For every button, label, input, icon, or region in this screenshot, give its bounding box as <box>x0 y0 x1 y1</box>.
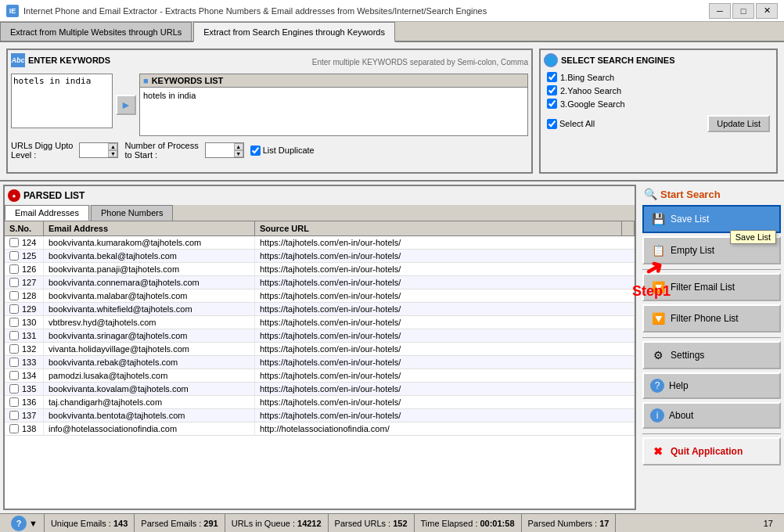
tab-extract-keywords[interactable]: Extract from Search Engines through Keyw… <box>193 22 395 42</box>
maximize-button[interactable]: □ <box>732 3 754 19</box>
num-process-input[interactable]: 15 <box>206 143 234 157</box>
col-email: Email Address <box>44 221 255 235</box>
row-checkbox[interactable] <box>9 251 19 261</box>
cell-email: taj.chandigarh@tajhotels.com <box>44 396 255 408</box>
engine-bing-checkbox[interactable] <box>547 72 557 82</box>
num-process-spinner[interactable]: 15 ▲ ▼ <box>205 142 244 158</box>
tab-extract-urls[interactable]: Extract from Multiple Websites through U… <box>0 22 192 41</box>
table-row: 132 vivanta.holidayvillage@tajhotels.com… <box>5 343 635 356</box>
row-checkbox[interactable] <box>9 384 19 394</box>
row-checkbox[interactable] <box>9 238 19 247</box>
cell-url: https://tajhotels.com/en-in/our-hotels/ <box>255 409 635 422</box>
parsed-emails-label: Parsed Emails : <box>141 519 201 528</box>
row-checkbox[interactable] <box>9 397 19 407</box>
spinner-arrows-2: ▲ ▼ <box>234 143 243 157</box>
spinner-down[interactable]: ▼ <box>108 150 117 157</box>
col-scrollbar <box>622 221 635 235</box>
status-unique-emails: Unique Emails : 143 <box>45 514 135 532</box>
settings-button[interactable]: ⚙ Settings <box>642 341 781 369</box>
row-checkbox[interactable] <box>9 358 19 367</box>
close-button[interactable]: ✕ <box>756 3 778 19</box>
cell-sno: 132 <box>5 343 44 355</box>
row-checkbox[interactable] <box>9 264 19 274</box>
window-title: Internet Phone and Email Extractor - Ext… <box>23 6 487 16</box>
sub-tab-emails[interactable]: Email Addresses <box>5 205 89 221</box>
app-icon: IE <box>6 5 19 17</box>
filter-phone-label: Filter Phone List <box>671 313 739 324</box>
title-bar-controls[interactable]: ─ □ ✕ <box>709 3 778 19</box>
parsed-list-panel: ● PARSED LIST Email Addresses Phone Numb… <box>3 185 636 510</box>
cell-sno: 137 <box>5 409 44 422</box>
cell-url: https://tajhotels.com/en-in/our-hotels/ <box>255 356 635 368</box>
row-checkbox[interactable] <box>9 424 19 433</box>
spinner-down-2[interactable]: ▼ <box>234 150 243 157</box>
search-engines-panel: 🌐 SELECT SEARCH ENGINES 1.Bing Search 2.… <box>539 49 778 174</box>
row-checkbox[interactable] <box>9 278 19 287</box>
table-row: 128 bookvivanta.malabar@tajhotels.com ht… <box>5 289 635 303</box>
sub-tab-phones[interactable]: Phone Numbers <box>91 205 174 221</box>
parsed-urls-label: Parsed URLs : <box>335 519 391 528</box>
update-list-button[interactable]: Update List <box>707 115 770 132</box>
list-duplicate-label[interactable]: List Duplicate <box>250 146 315 156</box>
cell-sno: 134 <box>5 369 44 382</box>
engine-yahoo-checkbox[interactable] <box>547 85 557 95</box>
help-button[interactable]: ? Help <box>642 372 781 399</box>
engine-google: 3.Google Search <box>544 97 773 110</box>
time-elapsed-label: Time Elapsed : <box>421 519 478 528</box>
about-label: About <box>669 410 693 421</box>
keywords-list-container: ■ KEYWORDS LIST hotels in india <box>139 74 528 136</box>
cell-email: vivanta.holidayvillage@tajhotels.com <box>44 343 255 355</box>
list-duplicate-checkbox[interactable] <box>250 146 261 156</box>
cell-email: info@hotelassociationofindia.com <box>44 422 255 435</box>
table-row: 126 bookvivanta.panaji@tajhotels.com htt… <box>5 263 635 276</box>
right-count-value: 17 <box>764 519 773 528</box>
cell-url: https://tajhotels.com/en-in/our-hotels/ <box>255 316 635 329</box>
cell-sno: 135 <box>5 383 44 395</box>
row-checkbox[interactable] <box>9 331 19 340</box>
settings-icon: ⚙ <box>650 347 666 363</box>
row-checkbox[interactable] <box>9 411 19 420</box>
keywords-panel-header: Abc ENTER KEYWORDS <box>11 53 110 67</box>
cell-sno: 133 <box>5 356 44 368</box>
row-checkbox[interactable] <box>9 344 19 354</box>
keywords-textarea[interactable]: hotels in india <box>11 74 113 128</box>
select-all-checkbox[interactable] <box>547 119 557 129</box>
table-row: 136 taj.chandigarh@tajhotels.com https:/… <box>5 396 635 409</box>
keywords-list-title: KEYWORDS LIST <box>152 76 224 85</box>
spinner-up-2[interactable]: ▲ <box>234 143 243 150</box>
status-parsed-numbers: Parsed Numbers : 17 <box>522 514 617 532</box>
row-checkbox[interactable] <box>9 304 19 314</box>
status-help[interactable]: ? ▼ <box>5 514 45 532</box>
spinner-up[interactable]: ▲ <box>108 143 117 150</box>
save-list-tooltip: Save List <box>730 230 776 244</box>
urls-digg-spinner[interactable]: 3 ▲ ▼ <box>79 142 118 158</box>
cell-url: http://hotelassociationofindia.com/ <box>255 422 635 435</box>
parsed-numbers-value: 17 <box>599 519 609 528</box>
status-parsed-emails: Parsed Emails : 291 <box>135 514 225 532</box>
status-right-count: 17 <box>757 514 779 532</box>
minimize-button[interactable]: ─ <box>709 3 731 19</box>
table-row: 137 bookvivanta.bentota@tajhotels.com ht… <box>5 409 635 422</box>
row-checkbox[interactable] <box>9 291 19 300</box>
save-list-button[interactable]: 💾 Save List <box>642 205 781 233</box>
quit-button[interactable]: ✖ Quit Application <box>642 437 781 466</box>
cell-sno: 125 <box>5 250 44 262</box>
row-checkbox[interactable] <box>9 318 19 327</box>
about-button[interactable]: i About <box>642 402 781 429</box>
cell-email: bookvivanta.whitefield@tajhotels.com <box>44 303 255 315</box>
urls-digg-input[interactable]: 3 <box>80 143 108 157</box>
cell-sno: 129 <box>5 303 44 315</box>
status-down-arrow[interactable]: ▼ <box>29 519 38 528</box>
about-icon: i <box>650 408 664 422</box>
row-checkbox[interactable] <box>9 371 19 380</box>
bottom-section: ● PARSED LIST Email Addresses Phone Numb… <box>0 182 784 513</box>
parsed-list-title: PARSED LIST <box>23 190 85 201</box>
search-engines-title: SELECT SEARCH ENGINES <box>561 56 674 65</box>
cell-url: https://tajhotels.com/en-in/our-hotels/ <box>255 276 635 289</box>
help-status-icon[interactable]: ? <box>11 516 27 531</box>
keywords-title: ENTER KEYWORDS <box>28 56 110 65</box>
select-all-label[interactable]: Select All <box>547 119 595 129</box>
add-keyword-button[interactable]: ► <box>116 95 136 115</box>
filter-phone-button[interactable]: 🔽 Filter Phone List <box>642 304 781 332</box>
engine-google-checkbox[interactable] <box>547 99 557 109</box>
